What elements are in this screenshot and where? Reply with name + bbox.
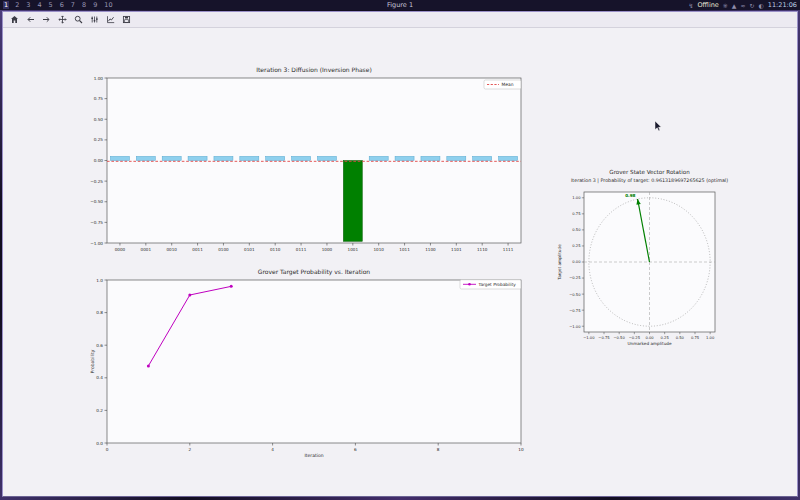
- move-icon: [58, 15, 67, 24]
- wifi-icon: ≈: [740, 2, 745, 9]
- home-icon: [10, 15, 19, 24]
- back-button[interactable]: [25, 14, 36, 25]
- workspace-button-1[interactable]: 1: [3, 1, 9, 9]
- status-icons: ※▲≈↻◐: [723, 2, 764, 9]
- floppy-icon: [122, 15, 131, 24]
- sync-icon: ↻: [750, 2, 755, 9]
- workspace-button-4[interactable]: 4: [36, 1, 42, 9]
- zoom-button[interactable]: [73, 14, 84, 25]
- clock: 11:21:06: [768, 1, 797, 9]
- magnifier-icon: [74, 15, 83, 24]
- indicator-icon: ※: [723, 2, 728, 9]
- workspace-button-7[interactable]: 7: [70, 1, 76, 9]
- taskbar: 12345678910 Figure 1 ↯ Offline ※▲≈↻◐ 11:…: [0, 0, 800, 10]
- customize-button[interactable]: [105, 14, 116, 25]
- offline-indicator: Offline: [698, 1, 719, 9]
- workspace-button-10[interactable]: 10: [103, 1, 113, 9]
- workspace-button-9[interactable]: 9: [92, 1, 98, 9]
- pan-button[interactable]: [57, 14, 68, 25]
- subplots-button[interactable]: [89, 14, 100, 25]
- workspace-switcher[interactable]: 12345678910: [3, 1, 114, 9]
- workspace-button-3[interactable]: 3: [25, 1, 31, 9]
- volume-icon: ▲: [732, 2, 737, 9]
- network-icon: ↯: [688, 2, 693, 9]
- workspace-button-8[interactable]: 8: [81, 1, 87, 9]
- figure-canvas[interactable]: [3, 29, 797, 496]
- workspace-button-6[interactable]: 6: [59, 1, 65, 9]
- workspace-button-5[interactable]: 5: [48, 1, 54, 9]
- arrow-right-icon: [42, 15, 51, 24]
- chart-icon: [106, 15, 115, 24]
- matplotlib-toolbar: [3, 12, 797, 28]
- sliders-icon: [90, 15, 99, 24]
- arrow-left-icon: [26, 15, 35, 24]
- brightness-icon: ◐: [759, 2, 764, 9]
- workspace-button-2[interactable]: 2: [14, 1, 20, 9]
- window-title: Figure 1: [0, 1, 800, 9]
- home-button[interactable]: [9, 14, 20, 25]
- forward-button[interactable]: [41, 14, 52, 25]
- figure-window: [2, 11, 798, 497]
- save-button[interactable]: [121, 14, 132, 25]
